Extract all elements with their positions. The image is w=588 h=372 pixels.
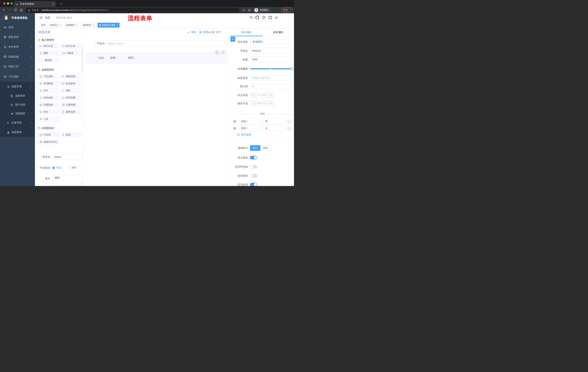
new-tab-button[interactable]: + [60, 2, 62, 5]
drag-handle-icon[interactable] [233, 120, 236, 123]
checkbox-icon[interactable] [124, 57, 126, 59]
option-value-input[interactable] [263, 119, 286, 124]
palette-item-single-text[interactable]: 单行文本 [38, 43, 59, 49]
increase-button[interactable]: + [268, 93, 274, 97]
status-radio-off[interactable]: 关闭 [67, 165, 76, 171]
disabled-toggle[interactable] [250, 174, 257, 178]
palette-item-time-picker[interactable]: 时间选择 [38, 95, 59, 100]
show-label-toggle[interactable] [250, 156, 257, 159]
default-value-input[interactable] [250, 83, 292, 89]
tab-close-icon[interactable]: ✕ [52, 3, 54, 5]
tag-process-form-edit[interactable]: 流程表单-编辑 × [97, 23, 119, 28]
palette-item-date-range[interactable]: 日期范围 [60, 102, 82, 107]
label-width-input[interactable] [250, 75, 292, 81]
palette-item-button[interactable]: 按钮 [60, 132, 82, 138]
style-default-button[interactable]: 默认 [250, 145, 260, 151]
reload-icon[interactable] [14, 8, 17, 12]
sidebar-item-user-group[interactable]: 用户分组 [0, 100, 35, 109]
field-name-input[interactable] [250, 48, 292, 54]
palette-item-switch[interactable]: 开关 [38, 88, 59, 93]
decrease-button[interactable]: − [250, 93, 256, 97]
palette-item-slider[interactable]: 滑块 [60, 88, 82, 93]
required-toggle[interactable] [250, 183, 257, 186]
tab-component-props[interactable]: 组件属性 [231, 28, 262, 36]
add-option-button[interactable]: 添加选项 [237, 133, 251, 136]
sidebar-item-process-model[interactable]: 流程模型 [0, 109, 35, 118]
component-type-select[interactable]: 多选框组 [250, 39, 292, 45]
option-value-input[interactable] [263, 126, 286, 131]
gender-checkbox-option1[interactable]: 选项一 [106, 52, 118, 64]
duplicate-component-button[interactable] [215, 50, 219, 55]
drag-handle-icon[interactable] [233, 127, 236, 130]
address-bar[interactable]: 不安全 dashboard.yudao.iocoder.cn/bpm/manag… [25, 8, 239, 12]
palette-item-password[interactable]: 密码 [38, 50, 59, 56]
palette-item-checkbox-group[interactable]: 多选框组 [60, 81, 82, 86]
palette-item-row-container[interactable]: 行容器 [38, 132, 59, 138]
palette-item-multi-text[interactable]: 多行文本 [60, 43, 82, 49]
delete-component-button[interactable] [221, 50, 225, 55]
sidebar-item-task-mgmt[interactable]: 任务管理 [0, 118, 35, 128]
increase-button[interactable]: + [268, 101, 274, 106]
sidebar-item-home[interactable]: 首页 [0, 22, 35, 32]
back-icon[interactable] [2, 8, 5, 12]
sidebar-item-system[interactable]: 系统管理 [0, 32, 35, 42]
incognito-badge[interactable]: 无痕模式 [253, 8, 271, 12]
stepper-placeholder[interactable]: 至少应选 [256, 93, 268, 97]
sidebar-item-payment[interactable]: 支付管理 [0, 42, 35, 52]
tag-process-model[interactable]: 流程模型 × [64, 23, 79, 28]
grid-slider[interactable] [250, 68, 292, 69]
palette-item-time-range[interactable]: 时间范围 [60, 95, 82, 100]
palette-item-table[interactable]: 表格[开发中] [38, 139, 59, 145]
remove-option-button[interactable]: − [288, 127, 291, 130]
window-zoom-button[interactable] [10, 2, 13, 5]
github-icon[interactable] [255, 15, 259, 20]
clear-button[interactable]: 清空 [212, 28, 221, 36]
tag-close-icon[interactable]: × [117, 24, 118, 26]
palette-item-color-picker[interactable]: 颜色选择 [60, 109, 82, 115]
tab-form-props[interactable]: 表单属性 [262, 28, 294, 36]
browser-menu-icon[interactable]: ⋮ [289, 9, 291, 11]
browser-tab[interactable]: 芋道管理系统 ✕ [14, 1, 56, 7]
save-button[interactable]: 保存 [187, 28, 196, 36]
sidebar-item-process-mgmt[interactable]: 流程管理 [0, 82, 35, 91]
option-label-input[interactable] [239, 119, 262, 124]
selected-component[interactable]: 性别 选项一 选项二 [85, 52, 228, 64]
help-icon[interactable] [262, 16, 266, 19]
tag-process-form[interactable]: 流程表单 × [81, 23, 95, 28]
sidebar-item-leave-query[interactable]: 请假查询 [0, 128, 35, 137]
palette-item-cascader[interactable]: 级联选择 [60, 74, 82, 79]
tag-close-icon[interactable]: × [60, 24, 61, 26]
textarea-resize-handle[interactable] [80, 182, 82, 184]
form-remark-textarea[interactable]: 嘿嘿 [52, 175, 82, 185]
window-close-button[interactable] [3, 2, 5, 5]
palette-item-select[interactable]: 下拉选择 [38, 74, 59, 79]
palette-item-counter[interactable]: 123 计数器 [60, 50, 82, 56]
tag-home[interactable]: 首页 [40, 23, 47, 28]
style-button-button[interactable]: 按钮 [260, 145, 271, 151]
remove-option-button[interactable]: − [288, 120, 291, 123]
checkbox-icon[interactable] [106, 57, 109, 59]
update-button[interactable]: 更新 ⋮ [281, 8, 292, 12]
option-label-input[interactable] [239, 126, 262, 131]
collapse-sidebar-icon[interactable] [39, 16, 42, 20]
fullscreen-icon[interactable] [268, 16, 272, 19]
form-name-input[interactable] [52, 154, 82, 160]
status-radio-on[interactable]: 开启 [52, 165, 61, 171]
sidebar-item-process-form[interactable]: 流程表单 [0, 91, 35, 100]
sidebar-item-devtools[interactable]: 研发工具 [0, 62, 35, 72]
phone-field-input[interactable] [106, 40, 228, 47]
gender-checkbox-option2[interactable]: 选项二 [124, 52, 135, 64]
slider-handle[interactable] [290, 67, 293, 70]
window-minimize-button[interactable] [7, 2, 9, 5]
font-size-icon[interactable]: TT [274, 16, 278, 20]
palette-item-rate[interactable]: 评分 [38, 109, 59, 115]
stepper-placeholder[interactable]: 最多可选 [256, 101, 268, 106]
palette-item-upload[interactable]: 上传 [38, 116, 59, 122]
sidebar-item-workflow[interactable]: 工作流程 [0, 72, 35, 82]
sidebar-item-infra[interactable]: 基础设施 [0, 52, 35, 62]
border-toggle[interactable] [250, 165, 257, 169]
breadcrumb-home[interactable]: 首页 [45, 16, 50, 20]
palette-item-editor[interactable]: 编辑器 [38, 57, 59, 63]
title-input[interactable] [250, 57, 292, 63]
tag-process-definition[interactable]: 流程定义 × [48, 23, 63, 28]
